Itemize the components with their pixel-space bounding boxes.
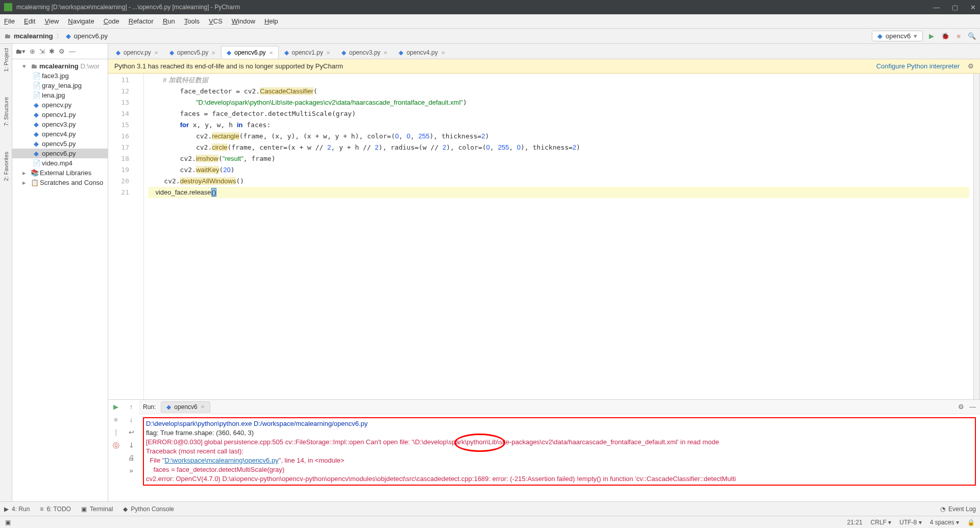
lock-icon[interactable]: 🔒: [967, 519, 975, 526]
menu-file[interactable]: File: [4, 17, 15, 25]
editor-tab-opencv3-py[interactable]: ◆opencv3.py ✕: [336, 46, 393, 59]
menu-navigate[interactable]: Navigate: [68, 17, 94, 25]
rerun-button[interactable]: ▶: [113, 403, 118, 411]
editor-tab-opencv4-py[interactable]: ◆opencv4.py ✕: [393, 46, 450, 59]
file-opencv4-py[interactable]: ◆ opencv4.py: [12, 129, 108, 139]
error-stripe: [973, 74, 979, 399]
structure-tool-tab[interactable]: 7: Structure: [3, 97, 9, 126]
project-select-icon[interactable]: 🖿▾: [15, 47, 26, 55]
editor-tab-opencv5-py[interactable]: ◆opencv5.py ✕: [164, 46, 221, 59]
python-file-icon: ◆: [116, 49, 120, 56]
project-root[interactable]: ▾🖿 mcalearning D:\wor: [12, 61, 108, 71]
caret-position[interactable]: 21:21: [847, 519, 863, 526]
editor-tabs: ◆opencv.py ✕◆opencv5.py ✕◆opencv6.py ✕◆o…: [108, 44, 980, 59]
window-title: mcalearning [D:\workspace\mcalearning] -…: [16, 4, 933, 11]
hide-icon[interactable]: —: [69, 47, 76, 55]
file-encoding[interactable]: UTF-8 ▾: [899, 519, 921, 526]
run-tool-window: ▶ ■ ∥ ⓪ ↑ ↓ ↩ ⤓ 🖨 » Run: ◆ opencv6: [108, 399, 980, 501]
close-icon[interactable]: ✕: [211, 50, 215, 56]
file-face3-jpg[interactable]: 📄 face3.jpg: [12, 71, 108, 81]
close-icon[interactable]: ✕: [154, 50, 158, 56]
close-icon[interactable]: ✕: [383, 50, 387, 56]
collapse-icon[interactable]: ⇲: [39, 47, 45, 55]
settings-icon[interactable]: ✱: [49, 47, 55, 55]
configure-interpreter-link[interactable]: Configure Python interpreter: [876, 62, 960, 70]
run-tab-active[interactable]: ◆ opencv6 ✕: [161, 401, 210, 413]
more-icon[interactable]: »: [129, 467, 133, 474]
run-tab-button[interactable]: ▶ 4: Run: [4, 506, 30, 513]
run-config-selector[interactable]: ◆ opencv6 ▾: [872, 31, 923, 41]
interpreter-banner: Python 3.1 has reached its end-of-life a…: [108, 59, 980, 74]
stop-button[interactable]: ■: [957, 32, 961, 40]
close-icon[interactable]: ✕: [269, 50, 273, 56]
run-label: Run:: [143, 403, 156, 411]
editor-tab-opencv6-py[interactable]: ◆opencv6.py ✕: [221, 46, 278, 59]
file-opencv6-py[interactable]: ◆ opencv6.py: [12, 149, 108, 158]
close-icon[interactable]: ✕: [201, 404, 205, 410]
breadcrumb[interactable]: 🖿 mcalearning 〉 ◆ opencv6.py: [4, 32, 108, 41]
up-stack-icon[interactable]: ↑: [130, 403, 133, 411]
menu-run[interactable]: Run: [163, 17, 175, 25]
scroll-end-icon[interactable]: ⤓: [129, 441, 134, 449]
editor-gutter: 1112131415161718192021: [108, 74, 144, 399]
run-tab-label: opencv6: [174, 403, 197, 411]
exit-button[interactable]: ⓪: [113, 441, 119, 450]
banner-gear-icon[interactable]: ⚙: [968, 62, 974, 70]
print-icon[interactable]: 🖨: [128, 454, 135, 462]
python-icon: ◆: [166, 403, 171, 411]
file-opencv5-py[interactable]: ◆ opencv5.py: [12, 139, 108, 149]
event-log-button[interactable]: ◔ Event Log: [940, 506, 976, 513]
down-stack-icon[interactable]: ↓: [130, 416, 133, 423]
line-separator[interactable]: CRLF ▾: [871, 519, 892, 526]
chevron-down-icon: ▾: [914, 32, 917, 40]
menubar: FileEditViewNavigateCodeRefactorRunTools…: [0, 14, 980, 29]
project-tool-tab[interactable]: 1: Project: [3, 48, 9, 71]
file-opencv1-py[interactable]: ◆ opencv1.py: [12, 110, 108, 119]
project-tree[interactable]: ▾🖿 mcalearning D:\wor📄 face3.jpg📄 gray_l…: [12, 59, 108, 501]
minimize-button[interactable]: —: [933, 4, 940, 11]
file-opencv3-py[interactable]: ◆ opencv3.py: [12, 119, 108, 129]
favorites-tool-tab[interactable]: 2: Favorites: [3, 152, 9, 181]
editor-tab-opencv-py[interactable]: ◆opencv.py ✕: [110, 46, 164, 59]
code-editor[interactable]: # 加载特征数据 face_detector = cv2.CascadeClas…: [144, 74, 973, 399]
debug-button[interactable]: 🐞: [941, 32, 949, 40]
python-icon: ◆: [877, 32, 883, 40]
menu-edit[interactable]: Edit: [24, 17, 35, 25]
tree-external[interactable]: ▸📚 External Libraries: [12, 168, 108, 178]
file-video-mp4[interactable]: 📄 video.mp4: [12, 158, 108, 168]
file-lena-jpg[interactable]: 📄 lena.jpg: [12, 90, 108, 100]
maximize-button[interactable]: ▢: [952, 4, 958, 11]
search-button[interactable]: 🔍: [968, 32, 976, 40]
tree-scratches[interactable]: ▸📋 Scratches and Conso: [12, 178, 108, 187]
close-icon[interactable]: ✕: [441, 50, 445, 56]
stop-run-button[interactable]: ■: [114, 416, 118, 423]
file-gray_lena-jpg[interactable]: 📄 gray_lena.jpg: [12, 81, 108, 90]
menu-refactor[interactable]: Refactor: [129, 17, 154, 25]
pause-button[interactable]: ∥: [114, 428, 118, 436]
status-icon[interactable]: ▣: [5, 519, 11, 526]
menu-view[interactable]: View: [44, 17, 59, 25]
python-console-tab-button[interactable]: ◆ Python Console: [123, 506, 174, 513]
menu-tools[interactable]: Tools: [184, 17, 200, 25]
locate-icon[interactable]: ⊕: [30, 47, 35, 55]
run-hide-icon[interactable]: —: [969, 403, 976, 411]
run-button[interactable]: ▶: [929, 32, 934, 40]
menu-help[interactable]: Help: [264, 17, 278, 25]
file-opencv-py[interactable]: ◆ opencv.py: [12, 100, 108, 110]
python-file-icon: ◆: [169, 49, 174, 56]
menu-window[interactable]: Window: [232, 17, 255, 25]
gear-icon[interactable]: ⚙: [59, 47, 65, 55]
left-side-tabs: 1: Project 7: Structure 2: Favorites: [0, 44, 12, 501]
close-button[interactable]: ✕: [970, 4, 976, 11]
console-output[interactable]: D:\develop\spark\python\python.exe D:/wo…: [139, 414, 980, 501]
terminal-tab-button[interactable]: ▣ Terminal: [81, 506, 113, 513]
soft-wrap-icon[interactable]: ↩: [129, 428, 134, 436]
close-icon[interactable]: ✕: [326, 50, 330, 56]
todo-tab-button[interactable]: ≡ 6: TODO: [40, 506, 71, 513]
menu-code[interactable]: Code: [104, 17, 119, 25]
editor-tab-opencv1-py[interactable]: ◆opencv1.py ✕: [279, 46, 336, 59]
run-gear-icon[interactable]: ⚙: [958, 403, 964, 411]
indent-setting[interactable]: 4 spaces ▾: [930, 519, 959, 526]
menu-vcs[interactable]: VCS: [209, 17, 223, 25]
bottom-tool-tabs: ▶ 4: Run ≡ 6: TODO ▣ Terminal ◆ Python C…: [0, 501, 980, 516]
